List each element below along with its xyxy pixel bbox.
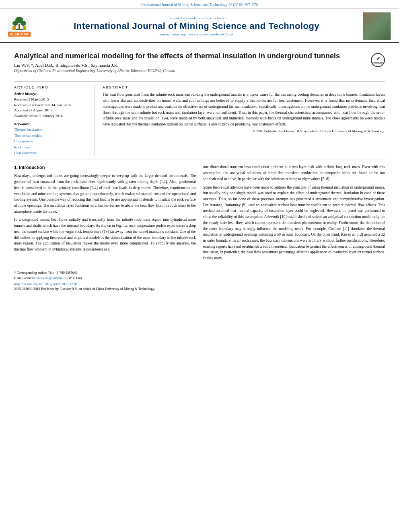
homepage-label: journal homepage:: [160, 32, 187, 36]
section1-title: 1. Introduction: [14, 164, 196, 171]
info-abstract-columns: ARTICLE INFO Article history: Received 9…: [14, 82, 385, 156]
journal-homepage: journal homepage: www.elsevier.com/locat…: [31, 32, 363, 36]
intro-p2: In underground mines, heat flows radiall…: [14, 217, 196, 252]
footnote-email-author: (W.V. Liu).: [68, 276, 83, 280]
header-right: [363, 12, 391, 40]
crossmark-label: CrossMark: [372, 62, 384, 64]
body-col-left: 1. Introduction Nowadays, underground mi…: [14, 164, 196, 264]
header-left: ELSEVIER: [8, 16, 31, 37]
history-revised: Received in revised form 14 June 2015: [14, 103, 88, 108]
intro-p2-text: In underground mines, heat flows radiall…: [14, 218, 196, 251]
svg-rect-4: [19, 24, 20, 29]
history-accepted: Accepted 23 August 2015: [14, 108, 88, 113]
page: International Journal of Mining Science …: [0, 0, 399, 532]
footer-links: http://dx.doi.org/10.1016/j.ijmst.2015.1…: [14, 282, 385, 286]
homepage-url[interactable]: www.elsevier.com/locate/ijmst: [188, 32, 233, 36]
main-content: Analytical and numerical modeling for th…: [0, 43, 399, 295]
article-title: Analytical and numerical modeling for th…: [14, 51, 371, 61]
article-info-column: ARTICLE INFO Article history: Received 9…: [14, 85, 95, 156]
history-label: Article history:: [14, 92, 88, 96]
intro-p1: Nowadays, underground mines are going in…: [14, 173, 196, 214]
contents-text: Contents lists available at: [167, 16, 204, 20]
abstract-copyright: © 2016 Published by Elsevier B.V. on beh…: [103, 129, 385, 133]
journal-title: International Journal of Mining Science …: [31, 21, 363, 31]
keyword-2[interactable]: Theoretical models: [14, 133, 88, 138]
keyword-1[interactable]: Thermal insulation: [14, 127, 88, 132]
history-received: Received 9 March 2015: [14, 97, 88, 103]
science-direct-line: Contents lists available at ScienceDirec…: [31, 16, 363, 20]
footnote-corresponding: * Corresponding author. Tel.: +1 780 248…: [14, 270, 385, 275]
elsevier-logo: ELSEVIER: [8, 16, 31, 37]
elsevier-logo-img: [8, 16, 30, 32]
article-info-header: ARTICLE INFO: [14, 85, 88, 89]
crossmark-badge[interactable]: ✔ CrossMark: [371, 53, 385, 67]
svg-rect-7: [23, 26, 26, 30]
footnote-email-link[interactable]: victor.liu@ualberta.ca: [36, 276, 66, 280]
authors-text: Liu W.V. *, Apel D.B., Bindiganavile V.S…: [14, 63, 118, 68]
keyword-4[interactable]: Rock mass: [14, 144, 88, 150]
journal-cover-thumbnail: [363, 12, 391, 40]
doi-link[interactable]: http://dx.doi.org/10.1016/j.ijmst.2015.1…: [14, 282, 80, 286]
affiliation: Department of Civil and Environmental En…: [14, 69, 371, 73]
section-divider: [14, 160, 385, 160]
journal-issue-link[interactable]: International Journal of Mining Science …: [141, 3, 258, 7]
keyword-3[interactable]: Underground: [14, 138, 88, 144]
keywords-label: Keywords:: [14, 122, 88, 126]
intro-p1-text: Nowadays, underground mines are going in…: [14, 174, 196, 213]
svg-point-3: [21, 21, 26, 26]
journal-header: ELSEVIER Contents lists available at Sci…: [0, 9, 399, 43]
footnote-email-label: E-mail address:: [14, 276, 35, 280]
elsevier-text: ELSEVIER: [8, 32, 31, 37]
history-available: Available online 9 February 2016: [14, 113, 88, 119]
abstract-header: ABSTRACT: [103, 85, 385, 89]
title-authors-block: Analytical and numerical modeling for th…: [14, 51, 371, 73]
footer-copyright: 2095-2686/© 2016 Published by Elsevier B…: [14, 287, 385, 291]
footnote-star: * Corresponding author. Tel.: +1 780 248…: [14, 271, 78, 275]
svg-point-2: [12, 21, 18, 26]
science-direct-link-text[interactable]: ScienceDirect: [206, 16, 226, 20]
svg-rect-6: [12, 26, 16, 30]
authors-line: Liu W.V. *, Apel D.B., Bindiganavile V.S…: [14, 63, 371, 68]
intro-p4: Some theoretical attempts have been made…: [203, 185, 385, 261]
footnote-email: E-mail address: victor.liu@ualberta.ca (…: [14, 275, 385, 281]
elsevier-tree-svg: [9, 16, 29, 31]
body-columns: 1. Introduction Nowadays, underground mi…: [14, 164, 385, 264]
footer-section: * Corresponding author. Tel.: +1 780 248…: [14, 268, 385, 291]
header-center: Contents lists available at ScienceDirec…: [31, 16, 363, 36]
intro-p3: one-dimensional transient heat conductio…: [203, 164, 385, 182]
body-col-right: one-dimensional transient heat conductio…: [203, 164, 385, 264]
top-bar: International Journal of Mining Science …: [0, 0, 399, 9]
abstract-text: The heat flow generated from the infinit…: [103, 92, 385, 127]
keyword-5[interactable]: Heat abatement: [14, 150, 88, 156]
abstract-column: ABSTRACT The heat flow generated from th…: [103, 85, 385, 156]
article-title-section: Analytical and numerical modeling for th…: [14, 47, 385, 76]
